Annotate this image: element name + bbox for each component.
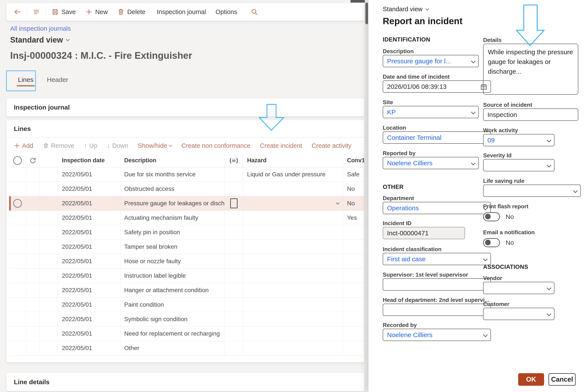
department-dropdown[interactable]: Operations xyxy=(383,202,491,214)
table-row[interactable]: 2022/05/01 Safety pin in position xyxy=(9,225,364,240)
reported-by-dropdown[interactable]: Noelene Cilliers xyxy=(383,157,479,169)
cell-date[interactable]: 2022/05/01 xyxy=(58,326,120,341)
create-activity-button[interactable]: Create activity xyxy=(312,142,352,149)
cell-hazard[interactable] xyxy=(243,254,343,268)
cell-date[interactable]: 2022/05/01 xyxy=(58,211,120,225)
new-button[interactable]: New xyxy=(81,6,113,18)
table-row[interactable]: 2022/05/01 Obstructed access No xyxy=(9,182,364,196)
cell-conv1[interactable] xyxy=(343,298,364,312)
sitemap-button[interactable] xyxy=(28,6,45,18)
cell-hazard[interactable] xyxy=(243,341,343,356)
table-row[interactable]: 2022/05/01 Actuating mechanism faulty Ye… xyxy=(9,211,364,225)
cancel-button[interactable]: Cancel xyxy=(548,373,576,386)
description-dropdown[interactable]: Pressure gauge for l... xyxy=(383,55,479,67)
select-all-cell[interactable] xyxy=(9,154,26,167)
table-row[interactable]: 2022/05/01 Symbolic sign condition xyxy=(9,312,364,326)
cell-description[interactable]: Pressure gauge for leakages or discha... xyxy=(120,196,225,211)
remove-line-button[interactable]: Remove xyxy=(43,142,74,149)
main-scrollbar[interactable] xyxy=(365,0,368,392)
severity-dropdown[interactable] xyxy=(483,159,554,171)
customer-dropdown[interactable] xyxy=(483,308,554,320)
row-radio[interactable] xyxy=(13,199,22,208)
print-flash-report-toggle[interactable] xyxy=(483,212,500,221)
tab-lines[interactable]: Lines xyxy=(18,76,34,86)
cell-hazard-dropdown[interactable] xyxy=(243,196,343,211)
cell-conv1[interactable] xyxy=(343,254,364,268)
table-row[interactable]: 2022/05/01 Tamper seal broken xyxy=(9,240,364,254)
ok-button[interactable]: OK xyxy=(518,373,544,386)
back-button[interactable] xyxy=(9,6,26,18)
incident-classification-dropdown[interactable]: First aid case xyxy=(383,253,491,265)
cell-description[interactable]: Paint condition xyxy=(120,298,225,312)
table-row[interactable]: 2022/05/01 Need for replacement or recha… xyxy=(9,326,364,341)
datetime-input[interactable]: 2026/01/06 08:39:13 xyxy=(383,80,491,93)
move-up-button[interactable]: ↑ Up xyxy=(84,142,97,149)
cell-date[interactable]: 2022/05/01 xyxy=(58,298,120,312)
cell-conv1[interactable]: No xyxy=(343,182,364,196)
cell-hazard[interactable]: Liquid or Gas under pressure xyxy=(243,167,343,182)
search-button[interactable] xyxy=(242,6,263,18)
dialog-view-selector[interactable]: Standard view xyxy=(383,6,429,13)
col-conv1[interactable]: Conv1 xyxy=(343,154,364,167)
col-hazard[interactable]: Hazard xyxy=(243,154,343,167)
cell-conv1[interactable] xyxy=(343,283,364,298)
breadcrumb[interactable]: All inspection journals xyxy=(10,25,71,32)
create-non-conformance-button[interactable]: Create non conformance xyxy=(181,142,250,149)
hazard-checkbox[interactable] xyxy=(230,198,237,208)
head-of-department-dropdown[interactable] xyxy=(383,304,491,316)
menu-options[interactable]: Options xyxy=(211,6,242,18)
cell-hazard[interactable] xyxy=(243,182,343,196)
cell-date[interactable]: 2022/05/01 xyxy=(58,225,120,240)
cell-description[interactable]: Due for six months service xyxy=(120,167,225,182)
details-textarea[interactable]: While inspecting the pressure gauge for … xyxy=(483,44,578,95)
cell-hazard[interactable] xyxy=(243,298,343,312)
create-incident-button[interactable]: Create incident xyxy=(260,142,302,149)
cell-conv1[interactable]: Safe xyxy=(343,167,364,182)
cell-conv1[interactable] xyxy=(343,240,364,254)
cell-conv1[interactable] xyxy=(343,326,364,341)
cell-description[interactable]: Symbolic sign condition xyxy=(120,312,225,326)
site-dropdown[interactable]: KP xyxy=(383,106,479,118)
cell-conv1[interactable] xyxy=(343,341,364,356)
view-selector[interactable]: Standard view xyxy=(10,36,69,44)
cell-description[interactable]: Actuating mechanism faulty xyxy=(120,211,225,225)
col-description[interactable]: Description xyxy=(120,154,225,167)
cell-hazard[interactable] xyxy=(243,225,343,240)
cell-date[interactable]: 2022/05/01 xyxy=(58,240,120,254)
cell-description[interactable]: Safety pin in position xyxy=(120,225,225,240)
table-row[interactable]: 2022/05/01 Due for six months service Li… xyxy=(9,167,364,182)
work-activity-dropdown[interactable]: 09 xyxy=(483,134,554,146)
cell-date[interactable]: 2022/05/01 xyxy=(58,312,120,326)
table-row[interactable]: 2022/05/01 Hanger or attachment conditio… xyxy=(9,283,364,298)
cell-description[interactable]: Need for replacement or recharging xyxy=(120,326,225,341)
col-inspection-date[interactable]: Inspection date xyxy=(58,154,120,167)
show-hide-button[interactable]: Show/hide xyxy=(138,142,172,149)
cell-conv1[interactable] xyxy=(343,268,364,283)
cell-hazard[interactable] xyxy=(243,326,343,341)
table-row[interactable]: 2022/05/01 Paint condition xyxy=(9,298,364,312)
tab-header[interactable]: Header xyxy=(47,76,68,86)
cell-description[interactable]: Other xyxy=(120,341,225,356)
refresh-cell[interactable] xyxy=(26,154,40,167)
cell-description[interactable]: Tamper seal broken xyxy=(120,240,225,254)
cell-date[interactable]: 2022/05/01 xyxy=(58,341,120,356)
cell-date[interactable]: 2022/05/01 xyxy=(58,167,120,182)
table-row-selected[interactable]: 2022/05/01 Pressure gauge for leakages o… xyxy=(9,196,364,211)
location-dropdown[interactable]: Container Terminal xyxy=(383,132,491,144)
supervisor-dropdown[interactable] xyxy=(383,278,491,291)
cell-hazard[interactable] xyxy=(243,312,343,326)
cell-date[interactable]: 2022/05/01 xyxy=(58,254,120,268)
menu-inspection-journal[interactable]: Inspection journal xyxy=(152,6,211,18)
table-row[interactable]: 2022/05/01 Other xyxy=(9,341,364,356)
col-hazard-flag[interactable]: (☠) xyxy=(225,154,243,167)
cell-description[interactable]: Instruction label legible xyxy=(120,268,225,283)
cell-conv1[interactable] xyxy=(343,225,364,240)
move-down-button[interactable]: ↓ Down xyxy=(107,142,128,149)
cell-hazard[interactable] xyxy=(243,211,343,225)
save-button[interactable]: Save xyxy=(47,6,81,18)
delete-button[interactable]: Delete xyxy=(113,6,150,18)
cell-date[interactable]: 2022/05/01 xyxy=(58,268,120,283)
cell-conv1[interactable]: No xyxy=(343,196,364,211)
cell-date[interactable]: 2022/05/01 xyxy=(58,283,120,298)
cell-date[interactable]: 2022/05/01 xyxy=(58,182,120,196)
